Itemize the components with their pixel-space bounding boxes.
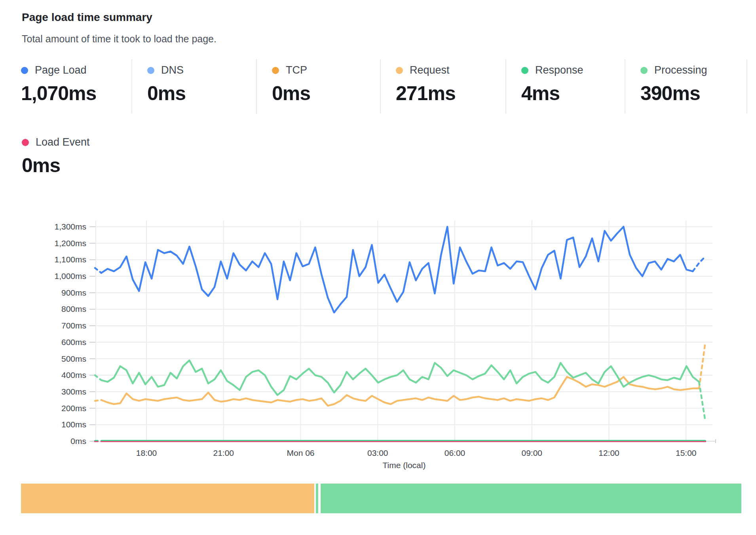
series-processing-tail-dash bbox=[699, 382, 705, 421]
y-tick-label: 400ms bbox=[61, 370, 86, 379]
page-title: Page load time summary bbox=[22, 11, 152, 24]
x-tick-label: 18:00 bbox=[136, 448, 157, 457]
summary-value: 390ms bbox=[640, 82, 747, 105]
x-tick-label: 21:00 bbox=[213, 448, 234, 457]
summary-label: Load Event bbox=[36, 136, 90, 148]
page-load-dot-icon bbox=[21, 67, 28, 74]
y-tick-label: 1,300ms bbox=[54, 222, 86, 231]
x-tick-label: 15:00 bbox=[676, 448, 697, 457]
summary-item-load-event: Load Event 0ms bbox=[22, 131, 90, 177]
summary-value: 271ms bbox=[396, 82, 505, 105]
summary-label: Page Load bbox=[35, 64, 87, 76]
page-load-summary-panel: Page load time summary Total amount of t… bbox=[0, 0, 756, 535]
series-page-load-tail-dash bbox=[693, 256, 705, 271]
summary-label: DNS bbox=[161, 64, 184, 76]
summary-label: TCP bbox=[286, 64, 307, 76]
summary-item-response: Response 4ms bbox=[505, 59, 625, 114]
x-tick-label: 09:00 bbox=[521, 448, 542, 457]
y-tick-label: 1,100ms bbox=[54, 255, 86, 264]
y-tick-label: 0ms bbox=[70, 436, 86, 446]
summary-item-request: Request 271ms bbox=[380, 59, 505, 114]
summary-legend-row: Page Load 1,070ms DNS 0ms TCP 0ms Reques… bbox=[21, 59, 747, 114]
x-axis-title: Time (local) bbox=[383, 461, 426, 470]
load-time-line-chart[interactable]: 0ms100ms200ms300ms400ms500ms600ms700ms80… bbox=[0, 174, 756, 487]
chart-svg: 0ms100ms200ms300ms400ms500ms600ms700ms80… bbox=[0, 174, 756, 487]
summary-value: 0ms bbox=[22, 154, 90, 177]
bar-segment[interactable] bbox=[321, 484, 741, 513]
summary-value: 0ms bbox=[272, 82, 380, 105]
x-tick-label: 03:00 bbox=[367, 448, 388, 457]
y-tick-label: 500ms bbox=[61, 354, 86, 363]
y-tick-label: 900ms bbox=[61, 288, 86, 297]
dns-dot-icon bbox=[147, 67, 154, 74]
response-dot-icon bbox=[521, 67, 528, 74]
series-request-line bbox=[101, 377, 699, 406]
tcp-dot-icon bbox=[272, 67, 279, 74]
series-request-tail-dash bbox=[699, 342, 705, 389]
page-subtitle: Total amount of time it took to load the… bbox=[22, 33, 217, 45]
x-tick-label: Mon 06 bbox=[287, 448, 314, 457]
summary-label: Request bbox=[410, 64, 450, 76]
y-tick-label: 300ms bbox=[61, 387, 86, 396]
y-tick-label: 1,200ms bbox=[54, 239, 86, 248]
y-tick-label: 100ms bbox=[61, 420, 86, 429]
summary-value: 0ms bbox=[147, 82, 256, 105]
processing-dot-icon bbox=[640, 67, 648, 74]
series-page-load-line bbox=[101, 227, 693, 313]
summary-item-dns: DNS 0ms bbox=[131, 59, 256, 114]
summary-item-processing: Processing 390ms bbox=[625, 59, 747, 114]
load-event-dot-icon bbox=[22, 139, 29, 146]
y-tick-label: 200ms bbox=[61, 404, 86, 413]
y-tick-label: 600ms bbox=[61, 338, 86, 347]
series-processing-line bbox=[101, 360, 699, 395]
summary-label: Response bbox=[535, 64, 583, 76]
summary-value: 4ms bbox=[521, 82, 625, 105]
x-tick-label: 12:00 bbox=[598, 448, 619, 457]
summary-label: Processing bbox=[654, 64, 707, 76]
x-tick-label: 06:00 bbox=[444, 448, 465, 457]
series-request-start-dash bbox=[95, 400, 101, 401]
y-tick-label: 800ms bbox=[61, 304, 86, 313]
request-dot-icon bbox=[396, 67, 403, 74]
y-tick-label: 700ms bbox=[61, 321, 86, 330]
bar-segment[interactable] bbox=[21, 484, 314, 513]
status-timeline-bar[interactable] bbox=[21, 484, 741, 513]
summary-item-tcp: TCP 0ms bbox=[256, 59, 380, 114]
y-tick-label: 1,000ms bbox=[54, 271, 86, 281]
summary-item-page-load: Page Load 1,070ms bbox=[21, 59, 131, 114]
summary-value: 1,070ms bbox=[21, 82, 131, 105]
